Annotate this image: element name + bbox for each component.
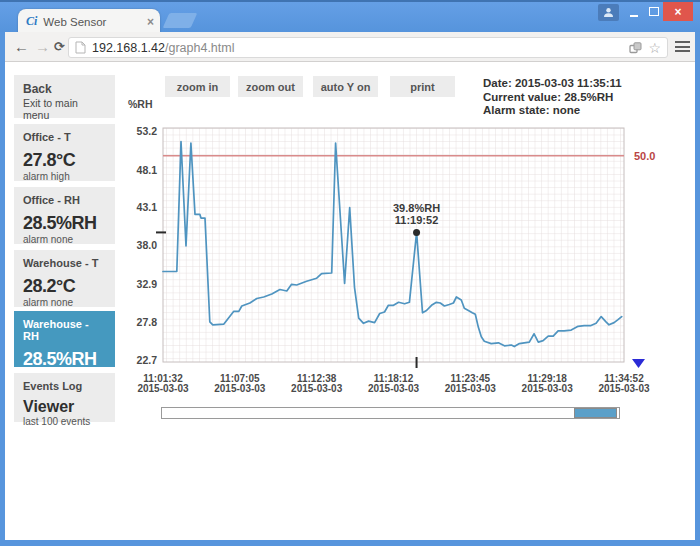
bookmark-star-icon[interactable]: ☆ — [648, 41, 661, 55]
browser-action-icon[interactable] — [629, 42, 642, 54]
y-axis-label: %RH — [128, 98, 153, 110]
sensor-alarm: alarm high — [23, 171, 106, 182]
reload-icon[interactable]: ⟳ — [54, 39, 65, 54]
zoom-out-button[interactable]: zoom out — [238, 76, 303, 97]
x-tick-date: 2015-03-03 — [291, 383, 343, 394]
url-path: /graph4.html — [165, 41, 234, 55]
tab-title: Web Sensor — [43, 16, 147, 28]
menu-icon[interactable] — [675, 41, 690, 55]
annotation-value: 39.8%RH — [393, 202, 440, 214]
x-tick-date: 2015-03-03 — [137, 383, 189, 394]
y-tick-label: 53.2 — [137, 125, 158, 137]
events-value: Viewer — [23, 398, 106, 416]
status-date: Date: 2015-03-03 11:35:11 — [483, 77, 622, 91]
sidebar-item-events-log[interactable]: Events Log Viewer last 100 events — [14, 373, 115, 422]
selected-point-marker[interactable] — [413, 229, 420, 236]
annotation-time: 11:19:52 — [395, 214, 438, 226]
auto-y-button[interactable]: auto Y on — [313, 76, 378, 97]
back-icon[interactable]: ← — [14, 38, 29, 55]
back-label: Back — [23, 82, 106, 96]
maximize-button[interactable] — [645, 2, 662, 21]
x-tick-date: 2015-03-03 — [214, 383, 266, 394]
y-tick-label: 48.1 — [137, 164, 158, 176]
sidebar-item-warehouse-t[interactable]: Warehouse - T 28.2°C alarm none — [14, 250, 115, 307]
x-tick-date: 2015-03-03 — [368, 383, 420, 394]
maximize-icon — [649, 7, 659, 16]
sidebar-item-office-t[interactable]: Office - T 27.8°C alarm high — [14, 124, 115, 181]
y-tick-label: 22.7 — [137, 354, 158, 366]
tab-close-icon[interactable]: × — [147, 17, 154, 27]
chart-scrollbar-track[interactable] — [161, 407, 620, 419]
events-label: Events Log — [23, 380, 106, 392]
sidebar-item-warehouse-rh[interactable]: Warehouse - RH 28.5%RH alarm none — [14, 311, 115, 367]
sensor-name: Office - T — [23, 131, 106, 143]
print-button[interactable]: print — [390, 76, 455, 97]
plot-area[interactable] — [163, 128, 624, 362]
y-tick-label: 27.8 — [137, 316, 158, 328]
x-tick-date: 2015-03-03 — [598, 383, 650, 394]
alarm-threshold-label: 50.0 — [634, 150, 655, 162]
back-subtitle: Exit to main menu — [23, 97, 106, 121]
favicon-icon: Ci — [26, 14, 37, 29]
x-tick-date: 2015-03-03 — [522, 383, 574, 394]
cursor-triangle-icon[interactable] — [632, 359, 645, 368]
sensor-value: 27.8°C — [23, 150, 106, 171]
y-tick-label: 38.0 — [137, 239, 158, 251]
user-icon — [603, 7, 614, 18]
sensor-value: 28.2°C — [23, 276, 106, 297]
sensor-alarm: alarm none — [23, 234, 106, 245]
sidebar-item-back[interactable]: Back Exit to main menu — [14, 75, 115, 118]
page-icon — [75, 41, 86, 54]
close-button[interactable]: × — [663, 2, 693, 21]
sensor-name: Warehouse - RH — [23, 318, 106, 342]
new-tab-button[interactable] — [163, 13, 198, 28]
minimize-icon — [630, 15, 638, 17]
browser-titlebar: Ci Web Sensor × × — [0, 0, 700, 32]
chart-scrollbar-thumb[interactable] — [574, 408, 617, 418]
profile-button[interactable] — [598, 4, 619, 21]
sensor-alarm: alarm none — [23, 297, 106, 308]
events-note: last 100 events — [23, 416, 106, 427]
y-tick-label: 32.9 — [137, 278, 158, 290]
url-bar[interactable]: 192.168.1.42/graph4.html ☆ — [68, 37, 668, 58]
x-tick-date: 2015-03-03 — [445, 383, 497, 394]
zoom-in-button[interactable]: zoom in — [165, 76, 230, 97]
forward-icon[interactable]: → — [35, 38, 50, 55]
browser-tab[interactable]: Ci Web Sensor × — [18, 9, 160, 34]
rh-line-chart[interactable]: %RH53.248.143.138.032.927.822.711:01:322… — [120, 95, 700, 405]
sensor-name: Warehouse - T — [23, 257, 106, 269]
close-icon: × — [674, 5, 681, 19]
minimize-button[interactable] — [625, 2, 642, 21]
sensor-name: Office - RH — [23, 194, 106, 206]
y-tick-label: 43.1 — [137, 201, 158, 213]
sensor-value: 28.5%RH — [23, 349, 106, 370]
sidebar-item-office-rh[interactable]: Office - RH 28.5%RH alarm none — [14, 187, 115, 244]
sensor-value: 28.5%RH — [23, 213, 106, 234]
url-host: 192.168.1.42 — [92, 41, 165, 55]
